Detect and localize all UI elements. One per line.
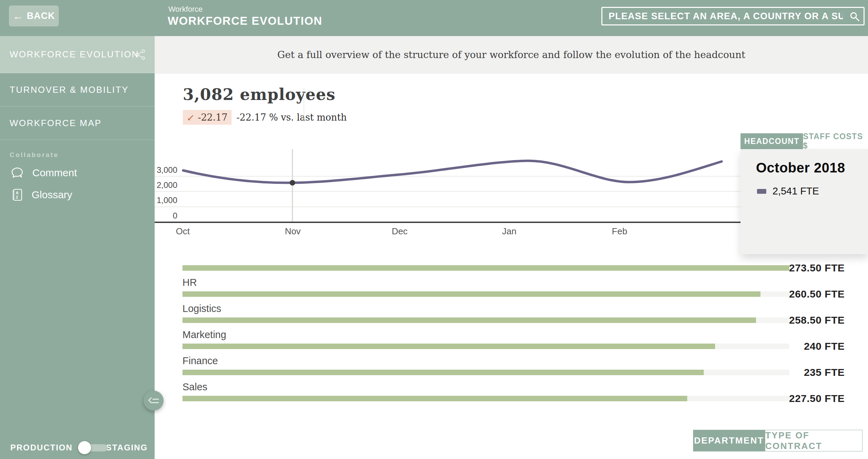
search-input[interactable] bbox=[601, 7, 865, 25]
collapse-sidebar-button[interactable] bbox=[144, 391, 164, 411]
delta-badge: ↙ -22.17 bbox=[183, 110, 232, 125]
bar-label: Marketing bbox=[182, 329, 226, 340]
bar-label: HR bbox=[182, 277, 197, 288]
bar-fill bbox=[182, 396, 687, 401]
bar-track bbox=[182, 317, 789, 323]
bar-value: 273.50 FTE bbox=[722, 261, 845, 275]
bar-label: Finance bbox=[182, 355, 218, 367]
breakdown-tabs: DEPARTMENT TYPE OF CONTRACT bbox=[693, 430, 863, 451]
tooltip-legend: 2,541 FTE bbox=[757, 186, 819, 197]
sidebar-item-comment[interactable]: Comment bbox=[0, 162, 155, 184]
bar-label: Sales bbox=[182, 381, 208, 393]
share-icon[interactable] bbox=[135, 49, 146, 60]
breadcrumb: Workforce bbox=[168, 5, 203, 14]
subtitle-band: Get a full overview of the structure of … bbox=[155, 36, 868, 74]
collaborate-section-label: Collaborate bbox=[10, 151, 59, 159]
x-axis-label: Dec bbox=[392, 226, 408, 237]
sidebar-item-label: WORKFORCE MAP bbox=[10, 118, 102, 128]
svg-text:A: A bbox=[16, 191, 19, 195]
bar-value: 240 FTE bbox=[722, 339, 845, 353]
bar-value: 235 FTE bbox=[722, 366, 845, 379]
toggle-knob[interactable] bbox=[78, 441, 91, 454]
sidebar-item-label: WORKFORCE EVOLUTION bbox=[10, 49, 139, 60]
back-arrow-icon: ← bbox=[13, 11, 23, 21]
y-axis-label: 0 bbox=[151, 211, 177, 221]
bar-track bbox=[182, 265, 789, 271]
bar-track bbox=[182, 291, 789, 297]
search-icon bbox=[849, 11, 860, 22]
back-button[interactable]: ← BACK bbox=[9, 5, 59, 26]
kpi-unit: employees bbox=[240, 85, 335, 104]
bar-fill bbox=[182, 265, 789, 271]
svg-text:Z: Z bbox=[16, 195, 18, 199]
y-axis-label: 1,000 bbox=[151, 195, 177, 205]
environment-toggle[interactable] bbox=[78, 441, 100, 455]
kpi-delta-row: ↙ -22.17 -22.17 % vs. last month bbox=[183, 110, 347, 125]
bar-track bbox=[182, 344, 789, 349]
legend-label: 2,541 FTE bbox=[772, 186, 819, 197]
area-search-box bbox=[601, 7, 865, 25]
tab-type-of-contract[interactable]: TYPE OF CONTRACT bbox=[765, 430, 863, 451]
x-axis-label: Oct bbox=[176, 226, 190, 237]
bar-fill bbox=[182, 344, 715, 349]
collapse-list-icon bbox=[148, 396, 159, 405]
tooltip-panel-tabs: HEADCOUNT STAFF COSTS $ bbox=[741, 133, 868, 149]
bar-fill bbox=[182, 317, 756, 323]
y-axis-label: 2,000 bbox=[151, 180, 177, 190]
production-label: PRODUCTION bbox=[10, 443, 73, 452]
staging-label: STAGING bbox=[106, 443, 148, 452]
tab-department[interactable]: DEPARTMENT bbox=[693, 430, 765, 451]
bar-track bbox=[182, 396, 789, 401]
data-point-marker bbox=[290, 180, 295, 186]
trend-line bbox=[183, 161, 722, 183]
x-axis-label: Feb bbox=[612, 226, 627, 237]
bar-label: Logistics bbox=[182, 303, 221, 314]
bar-value: 258.50 FTE bbox=[722, 313, 845, 327]
bar-value: 260.50 FTE bbox=[722, 287, 845, 301]
x-axis-label: Jan bbox=[502, 226, 516, 237]
tab-headcount[interactable]: HEADCOUNT bbox=[741, 133, 803, 149]
bar-track bbox=[182, 370, 789, 375]
sidebar-item-label: Comment bbox=[32, 167, 77, 179]
page-title: WORKFORCE EVOLUTION bbox=[168, 14, 322, 27]
bar-fill bbox=[182, 291, 760, 297]
legend-swatch bbox=[757, 189, 766, 194]
kpi-divider bbox=[304, 87, 304, 122]
kpi-value: 3,082 bbox=[183, 85, 234, 104]
environment-switch-row: PRODUCTION STAGING bbox=[10, 440, 148, 455]
y-axis-label: 3,000 bbox=[151, 165, 177, 175]
delta-badge-value: -22.17 bbox=[198, 112, 227, 123]
sidebar-item-workforce-map[interactable]: WORKFORCE MAP bbox=[0, 107, 155, 140]
x-axis-label: Nov bbox=[285, 226, 301, 237]
tooltip-panel: October 2018 2,541 FTE bbox=[741, 149, 868, 254]
down-left-arrow-icon: ↙ bbox=[187, 113, 194, 122]
back-button-label: BACK bbox=[27, 11, 55, 21]
sidebar-item-glossary[interactable]: A Z Glossary bbox=[0, 184, 155, 206]
tooltip-period-label: October 2018 bbox=[756, 160, 845, 176]
workforce-evolution-app: Workforce WORKFORCE EVOLUTION ← BACK WOR… bbox=[0, 0, 868, 459]
kpi-headline: 3,082 employees bbox=[183, 85, 335, 104]
sidebar-item-workforce-evolution[interactable]: WORKFORCE EVOLUTION bbox=[0, 36, 155, 73]
page-subtitle: Get a full overview of the structure of … bbox=[277, 49, 745, 60]
sidebar-item-label: TURNOVER & MOBILITY bbox=[10, 85, 129, 95]
sidebar-nav: WORKFORCE EVOLUTION TURNOVER & MOBILITY … bbox=[0, 36, 155, 140]
headcount-line-chart[interactable] bbox=[155, 144, 741, 240]
sidebar: ← BACK WORKFORCE EVOLUTION TURNOVER & MO… bbox=[0, 0, 155, 459]
chat-bubble-icon bbox=[11, 167, 24, 179]
sidebar-item-label: Glossary bbox=[32, 189, 72, 201]
bar-value: 227.50 FTE bbox=[722, 392, 845, 405]
glossary-book-icon: A Z bbox=[11, 188, 23, 201]
bar-fill bbox=[182, 370, 704, 375]
sidebar-item-turnover-mobility[interactable]: TURNOVER & MOBILITY bbox=[0, 73, 155, 107]
tab-staff-costs[interactable]: STAFF COSTS $ bbox=[803, 133, 868, 149]
delta-text: -22.17 % vs. last month bbox=[236, 112, 347, 123]
